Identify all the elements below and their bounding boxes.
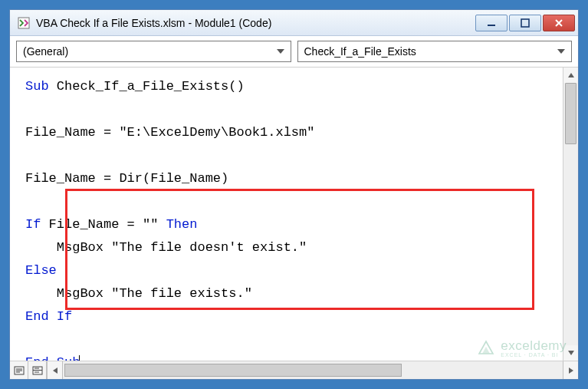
maximize-icon — [521, 18, 530, 28]
minimize-icon — [487, 18, 496, 28]
scroll-down-button[interactable] — [563, 345, 578, 361]
minimize-button[interactable] — [475, 15, 508, 31]
object-dropdown-value: (General) — [23, 45, 68, 58]
dropdown-row: (General) Check_If_a_File_Exists — [10, 36, 578, 68]
procedure-view-button[interactable] — [10, 361, 28, 379]
code-area: Sub Check_If_a_File_Exists() File_Name =… — [10, 68, 578, 361]
scroll-track[interactable] — [563, 83, 578, 345]
chevron-right-icon — [568, 367, 574, 374]
vertical-scrollbar[interactable] — [563, 68, 578, 361]
horizontal-scroll-thumb[interactable] — [64, 364, 402, 377]
code-line: MsgBox "The file doesn't exist." — [25, 240, 307, 255]
code-line: End Sub — [25, 355, 80, 361]
chevron-up-icon — [567, 72, 575, 78]
code-line: File_Name = "E:\ExcelDemy\Book1.xlsm" — [25, 125, 314, 140]
procedure-dropdown[interactable]: Check_If_a_File_Exists — [297, 41, 573, 62]
view-buttons — [10, 361, 48, 379]
text-cursor — [79, 355, 80, 361]
full-module-view-icon — [32, 366, 43, 375]
scroll-up-button[interactable] — [563, 68, 578, 83]
code-editor[interactable]: Sub Check_If_a_File_Exists() File_Name =… — [10, 68, 563, 361]
object-dropdown[interactable]: (General) — [16, 41, 291, 62]
horizontal-scroll-track[interactable] — [63, 361, 563, 379]
close-button[interactable] — [543, 15, 575, 31]
scroll-left-button[interactable] — [48, 361, 63, 379]
scroll-thumb[interactable] — [565, 83, 577, 144]
full-module-view-button[interactable] — [28, 361, 47, 379]
titlebar[interactable]: VBA Check If a File Exists.xlsm - Module… — [10, 10, 578, 36]
code-line: File_Name = Dir(File_Name) — [25, 171, 228, 186]
code-line: MsgBox "The file exists." — [25, 286, 252, 301]
maximize-button[interactable] — [509, 15, 541, 31]
code-line: End If — [25, 309, 72, 324]
procedure-dropdown-value: Check_If_a_File_Exists — [304, 45, 416, 58]
vba-code-window: VBA Check If a File Exists.xlsm - Module… — [9, 9, 579, 380]
bottom-bar — [10, 361, 578, 379]
procedure-view-icon — [14, 366, 25, 375]
svg-rect-2 — [521, 19, 529, 27]
module-icon — [16, 15, 31, 31]
svg-rect-1 — [488, 25, 495, 26]
code-line: Else — [25, 263, 57, 278]
close-icon — [554, 18, 563, 28]
chevron-down-icon — [567, 350, 575, 356]
code-line: If File_Name = "" Then — [25, 217, 197, 232]
code-line: Sub Check_If_a_File_Exists() — [25, 79, 245, 94]
scroll-right-button[interactable] — [563, 361, 578, 379]
chevron-left-icon — [52, 367, 58, 374]
window-title: VBA Check If a File Exists.xlsm - Module… — [36, 17, 475, 29]
window-controls — [475, 15, 575, 31]
